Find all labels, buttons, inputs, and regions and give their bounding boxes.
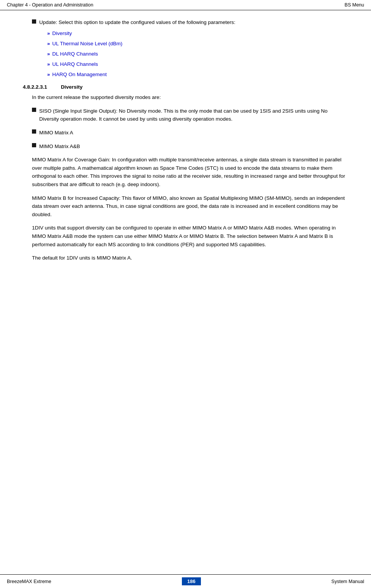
sub-item-harq-mgmt: » HARQ On Management <box>47 72 348 77</box>
section-number: 4.8.2.2.3.1 <box>23 84 61 90</box>
bullet-item-siso-text: SISO (Single Input Single Output): No Di… <box>39 107 348 123</box>
bullet-item-mimo-ab-text: MIMO Matrix A&B <box>39 142 348 151</box>
arrow-icon-2: » <box>47 41 50 46</box>
section-heading: 4.8.2.2.3.1 Diversity <box>23 84 348 90</box>
sub-item-text-ul-thermal: UL Thermal Noise Level (dBm) <box>52 41 123 46</box>
bullet-item-siso: SISO (Single Input Single Output): No Di… <box>32 107 348 123</box>
update-item: Update: Select this option to update the… <box>32 19 348 27</box>
page-footer: BreezeMAX Extreme 186 System Manual <box>0 574 371 588</box>
footer-brand: BreezeMAX Extreme <box>7 579 51 584</box>
paragraph-mimo-a-coverage: MIMO Matrix A for Coverage Gain: In conf… <box>32 156 348 188</box>
page-header: Chapter 4 - Operation and Administration… <box>0 0 371 10</box>
bullet-square-siso-icon <box>32 108 36 112</box>
arrow-icon-1: » <box>47 30 50 36</box>
sub-item-text-dl-harq: DL HARQ Channels <box>52 51 98 57</box>
sub-item-ul-thermal: » UL Thermal Noise Level (dBm) <box>47 41 348 46</box>
sub-item-dl-harq: » DL HARQ Channels <box>47 51 348 57</box>
sub-item-ul-harq: » UL HARQ Channels <box>47 61 348 67</box>
page-number: 186 <box>182 577 201 585</box>
main-content: Update: Select this option to update the… <box>0 10 371 574</box>
arrow-icon-4: » <box>47 61 50 67</box>
bullet-square-mimo-a-icon <box>32 129 36 134</box>
sub-item-text-harq-mgmt: HARQ On Management <box>52 72 107 77</box>
bullet-item-mimo-ab: MIMO Matrix A&B <box>32 142 348 151</box>
footer-manual: System Manual <box>331 579 364 584</box>
paragraph-1div-diversity: 1DIV units that support diversity can be… <box>32 224 348 249</box>
update-text: Update: Select this option to update the… <box>39 19 348 27</box>
arrow-icon-3: » <box>47 51 50 57</box>
bullet-square-mimo-ab-icon <box>32 143 36 147</box>
bullet-item-mimo-a: MIMO Matrix A <box>32 129 348 137</box>
bullet-item-mimo-a-text: MIMO Matrix A <box>39 129 348 137</box>
sub-item-text-ul-harq: UL HARQ Channels <box>52 61 98 67</box>
section-intro: In the current release the supported div… <box>32 94 348 102</box>
sub-item-text-diversity: Diversity <box>52 30 72 36</box>
arrow-icon-5: » <box>47 72 50 77</box>
section-title: Diversity <box>61 84 83 90</box>
paragraph-default: The default for 1DIV units is MIMO Matri… <box>32 254 348 262</box>
bullet-list: SISO (Single Input Single Output): No Di… <box>32 107 348 150</box>
bullet-square-icon <box>32 19 36 24</box>
header-chapter: Chapter 4 - Operation and Administration <box>7 2 93 8</box>
sub-list: » Diversity » UL Thermal Noise Level (dB… <box>47 30 348 77</box>
header-section: BS Menu <box>345 2 364 8</box>
paragraph-mimo-b-capacity: MIMO Matrix B for Increased Capacity: Th… <box>32 194 348 219</box>
update-section: Update: Select this option to update the… <box>32 19 348 77</box>
sub-item-diversity: » Diversity <box>47 30 348 36</box>
